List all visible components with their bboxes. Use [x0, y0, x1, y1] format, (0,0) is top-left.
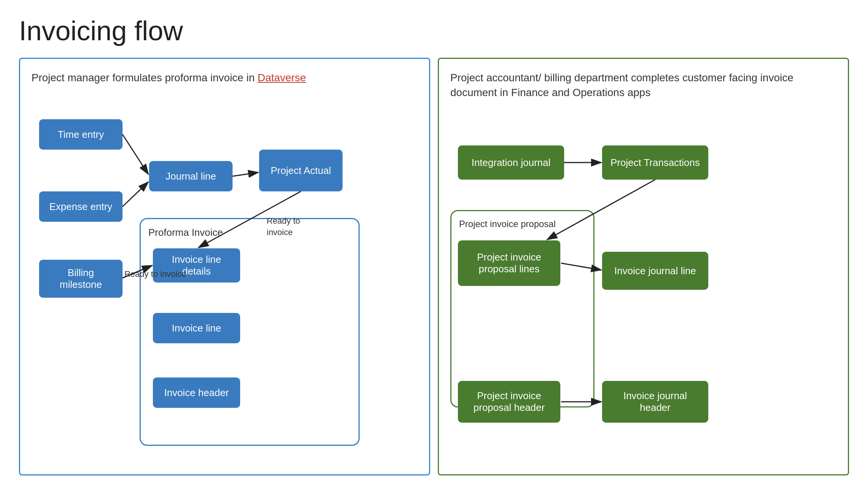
proposal-box: Project invoice proposal [450, 210, 594, 407]
invoice-journal-header-box: Invoice journal header [602, 381, 708, 423]
left-panel: Project manager formulates proforma invo… [19, 58, 430, 475]
right-content: Integration journal Project Transactions… [450, 115, 837, 476]
project-transactions-box: Project Transactions [602, 145, 708, 180]
right-panel: Project accountant/ billing department c… [438, 58, 849, 475]
svg-line-2 [123, 182, 148, 207]
svg-line-3 [233, 172, 258, 176]
page-title: Invoicing flow [19, 15, 849, 46]
svg-line-1 [123, 134, 148, 174]
right-panel-title: Project accountant/ billing department c… [450, 70, 837, 100]
proposal-header-box: Project invoice proposal header [458, 381, 560, 423]
billing-milestone-box: Billing milestone [39, 260, 123, 298]
proforma-label: Proforma Invoice [148, 227, 351, 238]
project-actual-box: Project Actual [259, 150, 343, 191]
left-panel-title: Project manager formulates proforma invo… [31, 70, 418, 85]
journal-line-box: Journal line [149, 161, 233, 191]
expense-entry-box: Expense entry [39, 191, 123, 222]
main-container: Project manager formulates proforma invo… [19, 58, 849, 475]
time-entry-box: Time entry [39, 119, 123, 150]
invoice-line-box: Invoice line [153, 313, 240, 343]
invoice-line-details-box: Invoice line details [153, 248, 240, 283]
proposal-lines-box: Project invoice proposal lines [458, 240, 560, 286]
invoice-journal-line-box: Invoice journal line [602, 252, 708, 290]
integration-journal-box: Integration journal [458, 145, 564, 180]
invoice-header-box: Invoice header [153, 377, 240, 408]
left-content: Time entry Expense entry Billing milesto… [31, 100, 418, 461]
proposal-label: Project invoice proposal [459, 219, 586, 229]
